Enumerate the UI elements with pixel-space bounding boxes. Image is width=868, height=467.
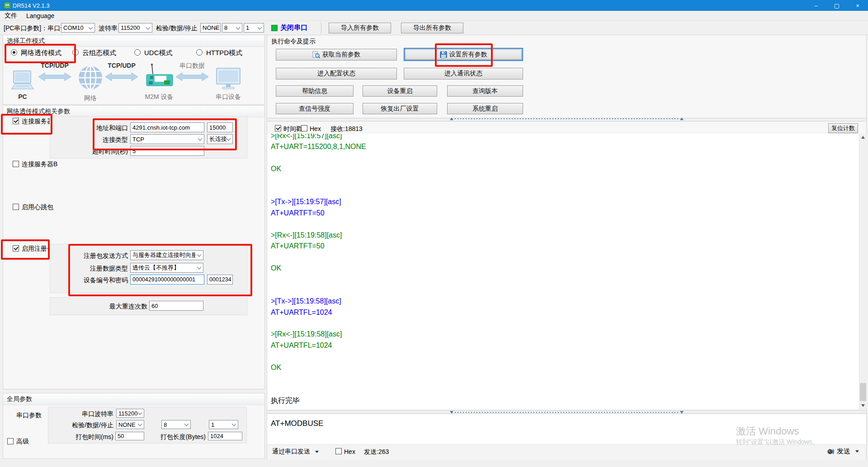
minimize-button[interactable]: – [806,0,826,11]
menu-bar: 文件 Language [0,11,868,21]
chevron-down-icon [258,25,262,29]
send-via-serial-button[interactable]: 通过串口发送 [272,448,319,456]
query-version-button[interactable]: 查询版本 [447,85,523,97]
splitter-handle[interactable] [450,117,684,121]
radio-net-passthrough-label[interactable]: 网络透传模式 [21,49,61,57]
scroll-up-icon[interactable] [859,134,867,141]
server-port-input[interactable]: 15000 [207,122,233,132]
send-hex-label[interactable]: Hex [344,448,355,455]
send-button[interactable]: 发送 [827,447,859,456]
menu-file[interactable]: 文件 [0,11,22,20]
keepalive-select[interactable]: 长连接 [207,134,233,144]
log-hex-label[interactable]: Hex [310,125,321,132]
log-line: AT+UARTFL=1024 [271,340,859,351]
query-signal-button[interactable]: 查信号强度 [276,103,354,114]
timestamp-checkbox[interactable] [275,125,281,131]
send-hex-checkbox[interactable] [335,448,342,454]
system-reboot-button[interactable]: 系统重启 [447,103,523,114]
reg-mode-select[interactable]: 与服务器建立连接时向服务 [130,250,203,260]
sent-count: 发送:263 [364,448,389,456]
enter-config-button[interactable]: 进入配置状态 [276,68,397,79]
log-area[interactable]: >[Rx<-][15:19:57][asc]AT+UART=115200,8,1… [267,134,859,409]
parity-label: 检验/数据/停止 [156,24,198,33]
log-line: OK [271,163,859,174]
device-id-input[interactable]: 00004291000000000001 [130,275,204,285]
serial-parity-select[interactable]: NONE [116,420,144,429]
pack-time-input[interactable]: 50 [115,432,144,440]
radio-httpd-mode-label[interactable]: HTTPD模式 [206,49,242,57]
advanced-checkbox[interactable] [7,438,14,444]
reconnect-input[interactable]: 60 [149,301,203,311]
reset-count-button[interactable]: 复位计数 [828,123,858,133]
command-panel-title: 执行命令及提示 [271,37,316,46]
close-button[interactable]: × [847,0,868,11]
timeout-label: 超时时间(秒) [52,148,128,156]
databits-select[interactable]: 8 [222,23,242,33]
log-line [271,384,859,395]
toolbar: [PC串口参数]：串口号 COM10 波特率 115200 检验/数据/停止 N… [0,21,868,35]
conn-type-select[interactable]: TCP [130,134,204,144]
radio-net-passthrough[interactable] [11,49,17,56]
timestamp-label[interactable]: 时间戳 [283,125,302,133]
scroll-down-icon[interactable] [859,402,867,409]
enter-comm-button[interactable]: 进入通讯状态 [404,68,523,79]
server-b-checkbox[interactable] [13,161,19,167]
advanced-label[interactable]: 高级 [16,438,29,446]
register-label[interactable]: 启用注册包 [22,245,53,253]
log-line: 执行完毕 [271,395,859,406]
pack-len-input[interactable]: 1024 [208,432,242,440]
radio-httpd-mode[interactable] [196,49,203,56]
timeout-input[interactable]: 5 [130,146,204,156]
serial-baud-select[interactable]: 115200 [116,409,144,418]
server-a-checkbox[interactable] [13,118,19,124]
triangle-down-icon [680,411,684,414]
server-address-input[interactable]: 4291.cnsh.iot-tcp.com [130,122,204,132]
log-line [271,351,859,362]
arrow-left-right-icon [38,72,71,81]
radio-udc-mode-label[interactable]: UDC模式 [144,49,173,57]
com-port-select[interactable]: COM10 [61,23,95,33]
reg-type-select[interactable]: 透传云【不推荐】 [130,263,203,273]
serial-stopbits-select[interactable]: 1 [209,420,238,429]
baud-select[interactable]: 115200 [118,23,152,33]
help-button[interactable]: 帮助信息 [276,85,354,97]
chevron-down-icon [198,136,203,141]
menu-language[interactable]: Language [22,11,59,20]
serial-device-icon [216,68,241,90]
import-all-button[interactable]: 导入所有参数 [329,23,391,33]
log-line: >[Rx<-][15:19:57][asc] [271,134,859,141]
chevron-down-icon [197,252,202,257]
recv-count: 接收:18813 [330,125,363,133]
device-reboot-button[interactable]: 设备重启 [363,85,437,97]
splitter-handle[interactable] [450,411,684,414]
close-port-button[interactable]: 关闭串口 [271,23,307,32]
radio-cloud-config-label[interactable]: 云组态模式 [82,49,116,57]
log-hex-checkbox[interactable] [301,125,307,131]
network-globe-icon [78,65,103,90]
maximize-button[interactable]: ▢ [826,0,847,11]
serial-databits-select[interactable]: 8 [161,420,191,429]
chevron-down-icon [236,25,241,29]
baud-label: 波特率 [99,24,118,33]
arrow-left-right-icon [175,72,209,81]
log-scrollbar[interactable] [859,134,867,409]
stopbits-select[interactable]: 1 [244,23,264,33]
radio-cloud-config[interactable] [72,49,79,56]
title-bar: DR514 V2.1.3 [0,0,868,11]
work-mode-title: 选择工作模式 [3,35,264,47]
factory-reset-button[interactable]: 恢复出厂设置 [363,103,437,114]
parity-select[interactable]: NONE [200,23,221,33]
set-params-button[interactable]: 设置所有参数 [404,48,523,61]
port-open-icon [271,25,278,31]
server-b-label[interactable]: 连接服务器B [22,160,57,168]
export-all-button[interactable]: 导出所有参数 [401,23,463,33]
register-checkbox[interactable] [13,245,19,252]
heartbeat-checkbox[interactable] [13,204,19,210]
get-params-button[interactable]: 获取当前参数 [276,49,397,61]
device-password-input[interactable]: 0001234 [207,275,233,285]
addr-port-label: 地址和端口 [52,124,128,132]
pack-time-label: 打包时间(ms) [59,433,113,441]
radio-udc-mode[interactable] [134,49,141,56]
heartbeat-label[interactable]: 启用心跳包 [22,203,53,211]
scrollbar-thumb[interactable] [860,383,866,401]
